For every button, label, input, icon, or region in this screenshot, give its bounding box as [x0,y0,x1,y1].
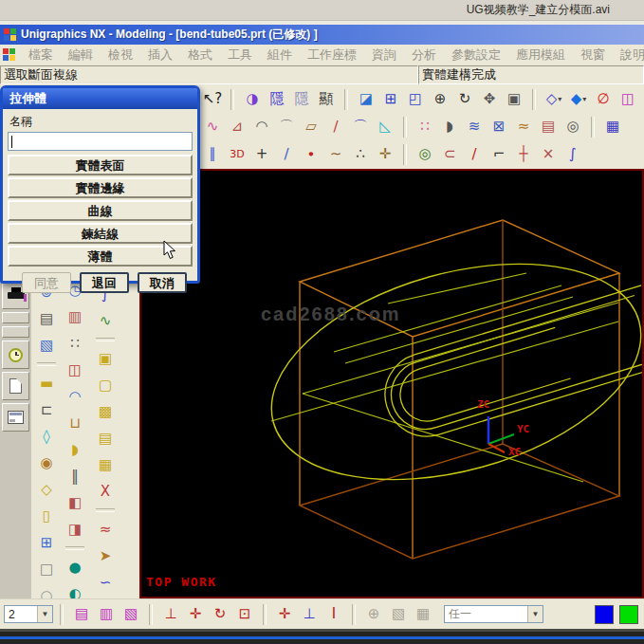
point-set-icon[interactable]: ∴ [349,143,372,166]
through-curves-surface-icon[interactable]: ≋ [463,116,486,138]
select-pointer-help-icon[interactable]: ↖? [201,88,224,111]
color-swatch-green[interactable] [619,605,638,624]
history-clock-icon[interactable] [2,340,29,369]
solid-edge-button[interactable]: 實體邊緣 [8,177,193,198]
white-cube-icon[interactable]: □ [35,558,58,580]
menu-item-view[interactable]: 檢視 [101,46,140,64]
wcs-display-icon[interactable]: ✛ [273,603,296,626]
shaded-display-dropdown-arrow-icon[interactable]: ▾ [582,95,586,103]
move-feature-icon[interactable]: ⊞ [35,531,58,554]
window-layout-icon[interactable] [2,403,29,432]
cylinder-pair-icon[interactable]: ‖ [64,465,86,488]
block-feature-icon[interactable]: ▤ [35,307,58,330]
catalog-book-icon[interactable]: ◫ [64,359,86,381]
menu-item-information[interactable]: 資詢 [364,46,404,64]
extrude-profile-icon[interactable]: ⊿ [226,116,248,138]
pan-view-icon[interactable]: ✥ [478,88,501,111]
edit-curve-length-icon[interactable]: ∕ [463,143,486,166]
pocket-lock-icon[interactable]: ▩ [94,400,117,423]
swept-surface-icon[interactable]: ≈ [512,116,535,138]
plus-point-icon[interactable]: + [250,143,273,166]
color-swatch-blue[interactable] [595,605,614,624]
menu-item-edit[interactable]: 編輯 [61,46,101,64]
menu-item-insert[interactable]: 插入 [140,46,180,64]
split-body-icon[interactable]: ◧ [64,491,86,514]
menu-item-assemblies[interactable]: 組件 [260,46,300,64]
layer-in-view-icon[interactable]: ▥ [95,603,118,626]
refresh-view-icon[interactable]: ◪ [355,88,377,111]
pad-knob-icon[interactable]: ▤ [94,427,117,450]
curve-through-points-icon[interactable]: ∿ [201,116,224,138]
cube-feature-icon[interactable]: ▧ [35,334,58,357]
name-input[interactable] [8,132,193,151]
spline-icon[interactable]: ∼ [324,143,347,166]
layer-settings-icon[interactable]: ▤ [70,603,93,626]
solid-face-button[interactable]: 實體表面 [8,155,193,175]
boss-feature-icon[interactable]: ⊏ [35,398,58,421]
loaf-body-icon[interactable]: ◗ [64,438,86,461]
back-button[interactable]: 退回 [80,272,129,293]
csys-save-icon[interactable]: ⊡ [233,603,256,626]
zoom-window-icon[interactable]: ◰ [404,88,427,111]
wave-geometry-icon[interactable]: ∽ [94,571,117,594]
trim-body-icon[interactable]: ◨ [64,518,86,541]
edit-curve-icon[interactable]: ⊂ [438,143,461,166]
sheet-body-icon[interactable]: ◇ [35,478,58,501]
chamfer-icon[interactable]: ◺ [374,116,396,138]
show-hide-filter-icon[interactable]: ◑ [241,88,264,111]
menu-item-analysis[interactable]: 分析 [404,46,444,64]
datum-plane-icon[interactable]: ◊ [35,425,58,448]
hide-object-icon[interactable]: 隱 [266,88,288,111]
menu-item-wcs[interactable]: 工作座標 [300,46,364,64]
pad-feature-icon[interactable]: ▬ [35,372,58,395]
point-icon[interactable]: ∙ [300,143,322,166]
dock-blank-button-2[interactable] [2,326,29,338]
shaded-display-icon[interactable]: ◆▾ [567,88,590,111]
split-view-icon[interactable]: ◫ [616,88,639,111]
dialog-title-bar[interactable]: 拉伸體 [3,88,197,109]
new-document-icon[interactable] [2,372,29,400]
menu-item-window[interactable]: 視窗 [573,46,613,64]
sheet-direction-icon[interactable]: ➤ [94,544,117,567]
curve-mesh-surface-icon[interactable]: ⊠ [488,116,510,138]
grip-box-icon[interactable]: ⊔ [64,412,86,434]
curve-analysis-icon[interactable]: ◎ [414,143,436,166]
tube-icon[interactable]: ⌒ [275,116,298,138]
emboss-feature-icon[interactable]: ▦ [94,453,117,476]
stamp-feature-icon[interactable]: ▥ [64,305,86,328]
fit-curve-icon[interactable]: ∿ [94,309,117,332]
csys-dynamic-icon[interactable]: ✛ [184,603,207,626]
wcs-align-icon[interactable]: I [322,603,345,626]
work-layer-combo[interactable]: 2 ▼ [4,605,53,623]
sheet-from-curves-icon[interactable]: ▱ [300,116,322,138]
rotate-view-icon[interactable]: ↻ [453,88,476,111]
freeform-feature-icon[interactable]: ◉ [35,451,58,474]
wireframe-display-icon[interactable]: ◇▾ [543,88,565,111]
offset-dimension-icon[interactable]: X [94,480,117,503]
boss-pins-icon[interactable]: ▣ [94,347,117,370]
cylinder-raise-icon[interactable]: ▯ [35,505,58,527]
save-view-icon[interactable]: ▣ [503,88,525,111]
no-preview-icon[interactable]: ∅ [592,88,615,111]
basic-line-icon[interactable]: ∕ [275,143,298,166]
selection-scope-combo[interactable]: 任一 ▼ [444,605,543,623]
menu-item-format[interactable]: 格式 [180,46,220,64]
menu-item-tools[interactable]: 工具 [220,46,260,64]
unite-boolean-icon[interactable]: ● [64,556,86,579]
wireframe-display-dropdown-arrow-icon[interactable]: ▾ [558,95,561,103]
graphics-viewport[interactable]: ZC YC XC cad2688.com TOP WORK [139,169,644,598]
fit-view-icon[interactable]: ⊞ [379,88,402,111]
surface-grid-icon[interactable]: ▦ [601,116,624,138]
show-object-icon[interactable]: 顯 [315,88,338,111]
divide-curve-icon[interactable]: ┼ [512,143,535,166]
line-icon[interactable]: ∕ [324,116,347,138]
window-title-bar[interactable]: Unigraphics NX - Modeling - [bend-tube05… [0,25,644,45]
layer-combo-arrow-icon[interactable]: ▼ [37,606,52,622]
through-points-surface-icon[interactable]: ∷ [414,116,436,138]
csys-constructor-icon[interactable]: ⊥ [159,603,182,626]
ruled-surface-icon[interactable]: ◗ [438,116,461,138]
dock-blank-button-1[interactable] [2,312,29,323]
cancel-button[interactable]: 取消 [138,272,187,293]
menu-item-preferences[interactable]: 參數設定 [444,46,508,64]
section-surface-icon[interactable]: ▤ [537,116,560,138]
